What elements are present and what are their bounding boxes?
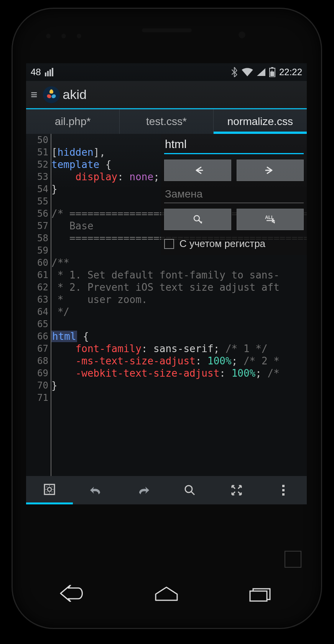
svg-rect-12 xyxy=(250,591,267,601)
svg-point-3 xyxy=(194,216,199,221)
line-number: 64 xyxy=(26,306,51,317)
line-number: 63 xyxy=(26,294,51,305)
screen: 48 22:22 xyxy=(26,63,307,504)
line-number: 65 xyxy=(26,319,51,329)
status-bar: 48 22:22 xyxy=(26,63,307,81)
code-text: -ms-text-size-adjust: 100%; /* 2 * xyxy=(51,355,307,367)
search-button[interactable] xyxy=(166,476,213,504)
search-input[interactable] xyxy=(164,136,304,154)
code-text: /** xyxy=(51,257,307,268)
code-line[interactable]: 63 * user zoom. xyxy=(26,293,307,306)
line-number: 66 xyxy=(26,331,51,342)
line-number: 54 xyxy=(26,184,51,194)
code-line[interactable]: 64 */ xyxy=(26,306,307,318)
svg-point-7 xyxy=(185,486,192,492)
line-number: 68 xyxy=(26,356,51,366)
file-tab[interactable]: ail.php* xyxy=(26,109,120,134)
replace-one-button[interactable] xyxy=(164,209,231,230)
code-text: * 2. Prevent iOS text size adjust aft xyxy=(51,282,307,293)
code-text: } xyxy=(51,380,307,391)
code-text: -webkit-text-size-adjust: 100%; /* xyxy=(51,367,307,379)
code-text: html { xyxy=(51,331,307,342)
line-number: 69 xyxy=(26,368,51,379)
app-logo-icon xyxy=(43,86,60,103)
line-number: 71 xyxy=(26,392,51,403)
settings-button[interactable] xyxy=(26,476,73,504)
tab-bar: ail.php*test.css*normalize.css xyxy=(26,109,307,134)
line-number: 51 xyxy=(26,147,51,158)
code-line[interactable]: 62 * 2. Prevent iOS text size adjust aft xyxy=(26,281,307,293)
undo-button[interactable] xyxy=(73,476,120,504)
find-prev-button[interactable] xyxy=(164,160,231,181)
find-next-button[interactable] xyxy=(237,160,304,181)
code-line[interactable]: 68 -ms-text-size-adjust: 100%; /* 2 * xyxy=(26,355,307,367)
code-text: font-family: sans-serif; /* 1 */ xyxy=(51,343,307,354)
line-number: 61 xyxy=(26,270,51,280)
battery-icon xyxy=(269,67,275,77)
code-text: */ xyxy=(51,306,307,318)
android-nav-bar xyxy=(26,577,307,611)
line-number: 58 xyxy=(26,233,51,244)
recents-nav-button[interactable] xyxy=(245,585,275,603)
svg-rect-9 xyxy=(282,489,285,491)
app-bar: ≡ akid xyxy=(26,81,307,109)
line-number: 62 xyxy=(26,282,51,293)
line-number: 70 xyxy=(26,380,51,391)
device-frame: 48 22:22 xyxy=(12,8,322,629)
file-tab[interactable]: test.css* xyxy=(120,109,213,134)
find-replace-panel: ALL С учетом регистра xyxy=(161,134,307,255)
line-number: 53 xyxy=(26,171,51,182)
svg-rect-1 xyxy=(271,67,273,68)
line-number: 60 xyxy=(26,257,51,268)
replace-input[interactable] xyxy=(164,186,304,203)
line-number: 52 xyxy=(26,159,51,170)
replace-all-button[interactable]: ALL xyxy=(237,209,304,230)
line-number: 56 xyxy=(26,208,51,219)
code-line[interactable]: 69 -webkit-text-size-adjust: 100%; /* xyxy=(26,367,307,379)
back-nav-button[interactable] xyxy=(58,585,88,603)
code-text: * 1. Set default font-family to sans- xyxy=(51,269,307,281)
code-line[interactable]: 67 font-family: sans-serif; /* 1 */ xyxy=(26,343,307,355)
file-tab-label: normalize.css xyxy=(227,115,293,128)
notification-count: 48 xyxy=(31,67,41,77)
line-number: 59 xyxy=(26,245,51,256)
editor-area[interactable]: 5051[hidden],52template {53 display: non… xyxy=(26,134,307,476)
line-number: 50 xyxy=(26,135,51,145)
code-line[interactable]: 65 xyxy=(26,318,307,330)
wifi-icon xyxy=(242,68,253,76)
file-tab-label: ail.php* xyxy=(55,115,90,128)
svg-rect-10 xyxy=(282,493,285,496)
app-title: akid xyxy=(63,87,87,102)
file-tab[interactable]: normalize.css xyxy=(214,109,307,134)
code-line[interactable]: 70} xyxy=(26,379,307,392)
line-number: 67 xyxy=(26,343,51,354)
home-nav-button[interactable] xyxy=(151,585,182,603)
code-text: * user zoom. xyxy=(51,294,307,305)
menu-icon[interactable]: ≡ xyxy=(28,88,40,101)
bluetooth-icon xyxy=(231,67,238,77)
svg-rect-8 xyxy=(282,485,285,487)
case-sensitive-label: С учетом регистра xyxy=(179,238,265,250)
code-line[interactable]: 60/** xyxy=(26,257,307,269)
case-sensitive-checkbox[interactable] xyxy=(164,239,174,249)
line-number: 55 xyxy=(26,196,51,207)
line-number: 57 xyxy=(26,221,51,231)
clock: 22:22 xyxy=(279,67,302,77)
signal-icon xyxy=(257,68,265,76)
fullscreen-button[interactable] xyxy=(213,476,260,504)
notification-icon xyxy=(45,68,53,76)
code-line[interactable]: 71 xyxy=(26,392,307,404)
file-tab-label: test.css* xyxy=(146,115,187,128)
code-line[interactable]: 66html { xyxy=(26,330,307,343)
redo-button[interactable] xyxy=(120,476,166,504)
overflow-menu-button[interactable] xyxy=(260,476,307,504)
code-line[interactable]: 61 * 1. Set default font-family to sans- xyxy=(26,269,307,281)
bottom-toolbar xyxy=(26,476,307,504)
svg-point-6 xyxy=(48,488,51,491)
